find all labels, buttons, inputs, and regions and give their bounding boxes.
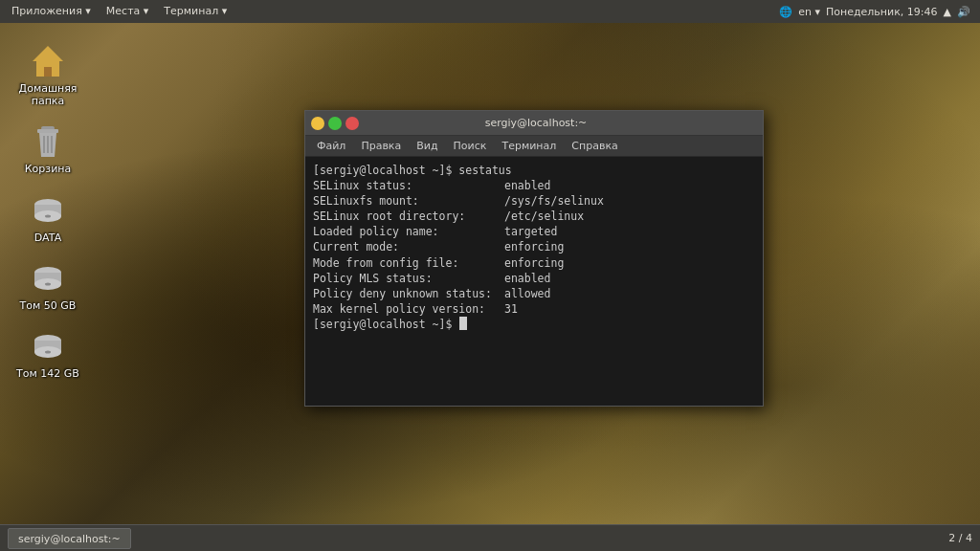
- terminal-output-row: Loaded policy name:targeted: [313, 224, 755, 239]
- menu-applications[interactable]: Приложения ▾: [4, 0, 99, 23]
- vol50-icon: [29, 259, 67, 298]
- network-icon: 🌐: [779, 6, 792, 18]
- terminal-output-key: Current mode:: [313, 239, 504, 254]
- terminal-prompt: [sergiy@localhost ~]$: [313, 317, 458, 332]
- terminal-output-value: enforcing: [504, 239, 564, 254]
- terminal-output-key: Policy deny unknown status:: [313, 286, 504, 301]
- trash-icon: [29, 122, 67, 161]
- top-bar-left: Приложения ▾ Места ▾ Терминал ▾: [4, 0, 234, 23]
- terminal-menu-view[interactable]: Вид: [409, 136, 445, 157]
- terminal-menubar: Файл Правка Вид Поиск Терминал Справка: [305, 136, 763, 157]
- home-folder-label: Домашняя папка: [13, 82, 82, 107]
- data-drive-label: DATA: [34, 231, 61, 244]
- terminal-output-key: Mode from config file:: [313, 255, 504, 271]
- terminal-minimize-button[interactable]: −: [311, 117, 324, 130]
- terminal-output-row: SELinuxfs mount:/sys/fs/selinux: [313, 193, 755, 209]
- taskbar-terminal-item[interactable]: sergiy@localhost:~: [8, 528, 131, 549]
- terminal-output-key: Loaded policy name:: [313, 224, 504, 239]
- terminal-cursor: [459, 317, 467, 330]
- terminal-titlebar: − □ × sergiy@localhost:~: [305, 111, 763, 136]
- terminal-output-value: /etc/selinux: [504, 209, 584, 224]
- taskbar-right: 2 / 4: [948, 532, 972, 544]
- vol142-label: Том 142 GB: [16, 367, 79, 380]
- terminal-output-value: /sys/fs/selinux: [504, 193, 604, 209]
- terminal-output-value: enabled: [504, 271, 550, 286]
- terminal-output-value: allowed: [504, 286, 550, 301]
- taskbar: sergiy@localhost:~ 2 / 4: [0, 524, 980, 551]
- terminal-output-key: SELinuxfs mount:: [313, 193, 504, 209]
- terminal-output-row: SELinux root directory:/etc/selinux: [313, 209, 755, 224]
- vol50-label: Том 50 GB: [20, 299, 77, 312]
- wifi-icon: ▲: [944, 6, 951, 18]
- terminal-output-key: Policy MLS status:: [313, 271, 504, 286]
- taskbar-left: sergiy@localhost:~: [8, 528, 131, 549]
- terminal-window: − □ × sergiy@localhost:~ Файл Правка Вид…: [304, 110, 764, 407]
- desktop-icon-vol142[interactable]: Том 142 GB: [10, 323, 86, 384]
- svg-rect-3: [37, 129, 58, 133]
- desktop-icon-data[interactable]: DATA: [10, 187, 86, 248]
- terminal-prompt-line: [sergiy@localhost ~]$: [313, 317, 755, 332]
- desktop-icon-vol50[interactable]: Том 50 GB: [10, 255, 86, 316]
- svg-point-14: [45, 282, 51, 285]
- top-menubar: Приложения ▾ Места ▾ Терминал ▾ 🌐 en ▾ П…: [0, 0, 980, 23]
- terminal-menu-terminal[interactable]: Терминал: [494, 136, 564, 157]
- terminal-output-value: 31: [504, 301, 518, 317]
- trash-label: Корзина: [25, 163, 71, 175]
- terminal-menu-file[interactable]: Файл: [309, 136, 353, 157]
- terminal-output-row: Policy MLS status:enabled: [313, 271, 755, 286]
- terminal-command-line: [sergiy@localhost ~]$ sestatus: [313, 163, 755, 178]
- language-selector[interactable]: en ▾: [798, 6, 820, 18]
- terminal-output-key: SELinux status:: [313, 178, 504, 193]
- terminal-window-controls: − □ ×: [311, 117, 359, 130]
- terminal-menu-search[interactable]: Поиск: [446, 136, 495, 157]
- terminal-output-value: targeted: [504, 224, 557, 239]
- terminal-command: [sergiy@localhost ~]$ sestatus: [313, 163, 512, 178]
- terminal-output-row: Mode from config file:enforcing: [313, 255, 755, 271]
- terminal-output-value: enabled: [504, 178, 550, 193]
- terminal-output-row: Policy deny unknown status:allowed: [313, 286, 755, 301]
- svg-point-10: [45, 214, 51, 217]
- terminal-output-key: Max kernel policy version:: [313, 301, 504, 317]
- desktop-icon-area: Домашняя папка Корзина: [0, 29, 96, 393]
- vol142-icon: [29, 327, 67, 365]
- home-folder-icon: [29, 42, 67, 80]
- terminal-maximize-button[interactable]: □: [328, 117, 342, 130]
- desktop-icon-trash[interactable]: Корзина: [10, 119, 86, 179]
- datetime-label: Понедельник, 19:46: [826, 6, 938, 18]
- svg-point-18: [45, 350, 51, 353]
- desktop: Приложения ▾ Места ▾ Терминал ▾ 🌐 en ▾ П…: [0, 0, 980, 551]
- desktop-icon-home[interactable]: Домашняя папка: [10, 38, 86, 111]
- menu-terminal[interactable]: Терминал ▾: [156, 0, 234, 23]
- svg-rect-1: [44, 67, 52, 77]
- terminal-menu-edit[interactable]: Правка: [353, 136, 409, 157]
- menu-places[interactable]: Места ▾: [99, 0, 156, 23]
- terminal-title: sergiy@localhost:~: [359, 117, 713, 129]
- terminal-menu-help[interactable]: Справка: [564, 136, 625, 157]
- terminal-output-row: Max kernel policy version:31: [313, 301, 755, 317]
- volume-icon: 🔊: [957, 6, 970, 18]
- workspace-indicator[interactable]: 2 / 4: [948, 532, 972, 544]
- terminal-output: SELinux status:enabledSELinuxfs mount:/s…: [313, 178, 755, 317]
- terminal-output-row: SELinux status:enabled: [313, 178, 755, 193]
- top-bar-right: 🌐 en ▾ Понедельник, 19:46 ▲ 🔊: [779, 6, 976, 18]
- terminal-content[interactable]: [sergiy@localhost ~]$ sestatus SELinux s…: [305, 157, 763, 406]
- drive-data-icon: [29, 191, 67, 230]
- terminal-output-value: enforcing: [504, 255, 564, 271]
- terminal-output-row: Current mode:enforcing: [313, 239, 755, 254]
- terminal-output-key: SELinux root directory:: [313, 209, 504, 224]
- terminal-close-button[interactable]: ×: [345, 117, 359, 130]
